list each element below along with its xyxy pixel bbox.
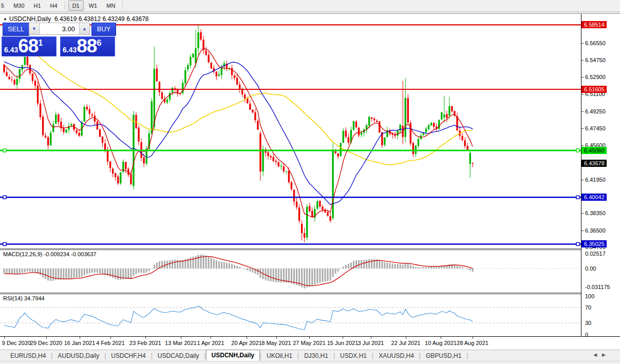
timeframe-button-M30[interactable]: M30 [9,1,28,11]
date-tick [46,337,47,339]
price-tick [581,60,584,61]
chart-tab-USDCAD-Daily[interactable]: USDCAD,Daily [153,351,204,361]
date-label: 10 Aug 2021 [425,340,457,346]
chart-tab-USDCNH-Daily[interactable]: USDCNH,Daily [206,350,260,361]
chart-tab-GBPUSD-H1[interactable]: GBPUSD,H1 [421,351,466,361]
tab-separator: | [466,352,468,359]
price-badge-6.40042: 6.40042 [581,194,607,201]
timeframe-toolbar: 5M30H1H4D1W1MN [0,0,620,12]
volume-input[interactable] [40,23,79,34]
tab-scroll-left-icon[interactable]: ◀ [593,352,602,357]
sell-button[interactable]: SELL [3,23,29,36]
price-tick [581,94,584,94]
chart-tab-AUDUSD-Daily[interactable]: AUDUSD,Daily [52,351,104,361]
date-tick [211,337,211,339]
macd-label: MACD(12,26,9) -0.009234 -0.003637 [3,251,97,257]
one-click-panel-collapse-icon[interactable]: ▲ [3,16,7,21]
rsi-panel-separator2 [0,294,620,294]
date-label: 4 Feb 2021 [96,340,125,346]
ohlc-close: 6.43678 [126,15,148,23]
rsi-value: 34.7944 [24,295,45,301]
date-label: 1 Apr 2021 [197,340,224,346]
terminal-screen: 5M30H1H4D1W1MN ▲USDCNH,Daily 6.43619 6.4… [0,0,620,364]
macd-panel-separator[interactable] [0,248,620,249]
price-badge-6.35025: 6.35025 [581,240,607,247]
timeframe-button-W1[interactable]: W1 [85,1,102,11]
date-tick [343,337,343,339]
date-tick [406,337,406,339]
price-badge-6.51605: 6.51605 [581,86,607,93]
sell-quote[interactable]: 6.43681 [2,36,57,56]
timeframe-button-H1[interactable]: H1 [30,1,45,11]
volume-stepper: ▼ ▲ [29,23,90,35]
date-label: 16 Jan 2021 [64,340,96,346]
date-axis[interactable]: 9 Dec 202029 Dec 202016 Jan 20214 Feb 20… [0,336,620,350]
timeframe-button-5[interactable]: 5 [0,1,8,11]
macd-axis-label: 0.02517 [585,251,606,257]
buy-quote[interactable]: 6.43886 [60,36,115,56]
price-badge-6.43678: 6.43678 [581,160,607,167]
date-label: 22 Jul 2021 [391,340,421,346]
toolbar-separator [122,2,123,10]
chart-symbol-label: USDCNH,Daily [9,15,51,23]
buy-button[interactable]: BUY [91,23,116,36]
sell-price-big: 68 [18,37,38,55]
price-tick [581,111,584,112]
window-bottom-edge [0,361,620,364]
price-tick-label: 6.47450 [585,125,606,131]
macd-panel-separator2 [0,250,620,250]
date-label: 3 Jul 2021 [358,340,384,346]
macd-values: -0.009234 -0.003637 [44,251,96,257]
date-tick [247,337,247,339]
chart-tab-USDX-H1[interactable]: USDX,H1 [335,351,372,361]
price-badge-6.45060: 6.45060 [581,147,607,154]
date-tick [309,337,310,339]
price-tick-label: 6.41950 [585,177,606,183]
date-tick [145,337,146,339]
date-label: 27 May 2021 [293,340,326,346]
volume-decrease-icon[interactable]: ▼ [29,23,40,34]
date-label: 9 Dec 2020 [2,340,31,346]
date-tick [276,337,277,339]
sell-price-sup: 1 [38,39,43,48]
date-label: 13 Mar 2021 [165,340,197,346]
sell-price-small: 6.43 [4,46,18,54]
volume-increase-icon[interactable]: ▲ [79,23,89,34]
price-tick-label: 6.49250 [585,108,606,114]
chart-tab-XAUUSD-H4[interactable]: XAUUSD,H4 [373,351,419,361]
timeframe-button-H4[interactable]: H4 [46,1,62,11]
chart-tab-DJ30-H1[interactable]: DJ30,H1 [299,351,333,361]
price-tick-label: 6.52900 [585,74,606,80]
toolbar-separator [65,2,65,10]
tab-scroll-right-icon[interactable]: ▶ [602,352,611,357]
price-axis[interactable]: 6.565506.547506.529006.511006.492506.474… [581,14,620,336]
one-click-trade-panel: SELL ▼ ▲ BUY 6.43681 6.43886 [2,23,116,56]
rsi-panel-canvas[interactable] [0,294,581,336]
ohlc-open: 6.43619 [54,15,77,23]
timeframe-button-MN[interactable]: MN [102,1,119,11]
price-tick [581,43,584,44]
macd-axis-label: 0.00 [585,265,596,272]
date-label: 20 Apr 2021 [231,340,261,346]
price-tick [581,77,584,78]
date-tick [371,337,371,339]
macd-axis-label: -0.031175 [585,284,610,290]
chart-tab-EURUSD-H4[interactable]: EURUSD,H4 [5,351,51,361]
chart-window[interactable]: ▲USDCNH,Daily 6.43619 6.43812 6.43249 6.… [0,14,620,364]
price-tick [581,213,584,214]
date-label: 29 Dec 2020 [30,340,62,346]
price-tick-label: 6.54750 [585,57,606,63]
rsi-panel-separator[interactable] [0,293,620,293]
chart-tab-UKOil-H1[interactable]: UKOil,H1 [261,351,297,361]
date-label: 8 May 2021 [261,340,291,346]
price-tick-label: 6.36500 [585,227,606,234]
timeframe-button-D1[interactable]: D1 [68,1,84,11]
date-tick [181,337,181,339]
price-tick-label: 6.56550 [585,40,606,46]
chart-tab-USDCHF-H4[interactable]: USDCHF,H4 [106,351,151,361]
ohlc-low: 6.43249 [102,15,124,23]
buy-price-sup: 6 [97,39,101,48]
date-tick [4,337,5,339]
date-label: 28 Aug 2021 [457,340,489,346]
tab-scroll-arrows[interactable]: ◀▶ [593,352,611,357]
